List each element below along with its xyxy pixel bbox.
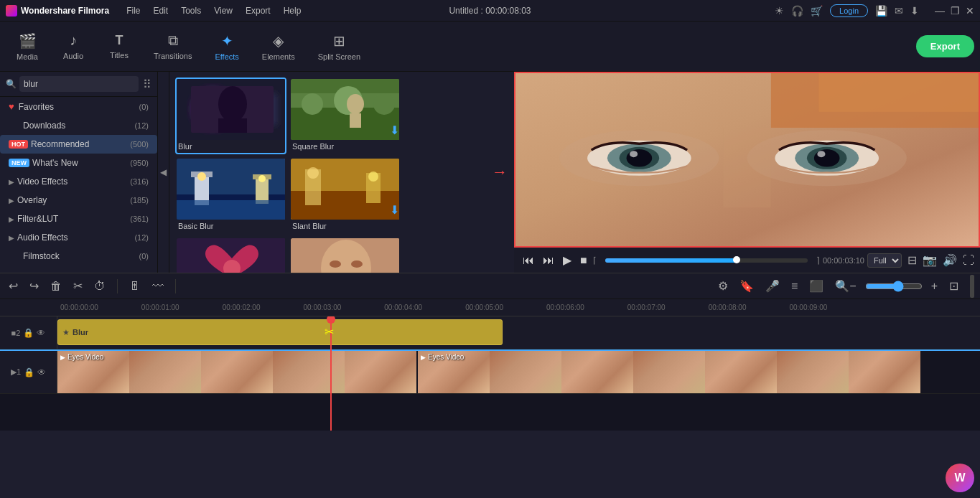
svg-point-18: [197, 172, 206, 181]
sidebar-item-video-effects[interactable]: ▶ Video Effects (316): [0, 172, 157, 191]
track-content-1[interactable]: ▶ Eyes Video ▶ Eyes Video: [57, 351, 980, 393]
export-button[interactable]: Export: [916, 35, 974, 57]
toolbar-media[interactable]: 🎬 Media: [6, 28, 49, 65]
effect-thumb-face: [291, 238, 401, 273]
toolbar-audio[interactable]: ♪ Audio: [52, 28, 95, 65]
toolbar-elements[interactable]: ◈ Elements: [252, 28, 305, 65]
ruler-8: 00:00:08:00: [709, 304, 747, 311]
cut-button[interactable]: ✂: [70, 276, 85, 296]
play-button[interactable]: ▶: [560, 250, 574, 270]
time-display: 00:00:03:10: [823, 256, 864, 265]
settings-button[interactable]: ⚙: [715, 276, 731, 296]
toolbar-transitions[interactable]: ⧉ Transitions: [144, 28, 202, 65]
video-clip-left[interactable]: ▶ Eyes Video: [57, 351, 416, 393]
effect-item-face[interactable]: [289, 237, 401, 273]
sidebar-item-overlay[interactable]: ▶ Overlay (185): [0, 191, 157, 210]
effect-item-slant-blur[interactable]: ⬇ Slant Blur: [289, 157, 401, 234]
toolbar-splitscreen[interactable]: ⊞ Split Screen: [308, 28, 370, 65]
collapse-panel-button[interactable]: ◀: [158, 72, 169, 273]
svg-point-21: [258, 175, 266, 182]
sidebar-item-whatsnew[interactable]: NEW What's New (950): [0, 154, 157, 172]
arrow-icon: ▶: [9, 234, 14, 242]
sun-icon[interactable]: ☀: [775, 5, 784, 17]
sidebar-item-filmstock[interactable]: Filmstock (0): [0, 247, 157, 266]
mail-icon[interactable]: ✉: [895, 5, 903, 17]
login-button[interactable]: Login: [830, 4, 868, 17]
menu-view[interactable]: View: [208, 4, 238, 17]
menu-help[interactable]: Help: [278, 4, 307, 17]
mic-button[interactable]: 🎤: [762, 276, 783, 296]
track-row-1: ▶1 🔒 👁 ▶ Eyes Video: [0, 349, 980, 394]
toolbar-effects[interactable]: ✦ Effects: [205, 28, 248, 65]
transitions-label: Transitions: [154, 52, 192, 60]
sidebar-item-favorites[interactable]: ♥ Favorites (0): [0, 97, 157, 116]
audio-label: Audio: [63, 52, 83, 60]
step-back-button[interactable]: ⏭: [540, 251, 557, 270]
preview-fullscreen-icon[interactable]: ⛶: [963, 254, 974, 267]
effect-item-basic-blur[interactable]: Basic Blur: [175, 157, 286, 234]
sidebar-item-recommended[interactable]: HOT Recommended (500): [0, 135, 157, 154]
history-button[interactable]: ⏱: [91, 277, 108, 296]
effect-thumb-heart: [177, 238, 286, 273]
snapshot-tl-button[interactable]: ⬛: [806, 276, 826, 296]
zoom-out-button[interactable]: 🔍−: [832, 276, 859, 296]
caption-button[interactable]: ≡: [788, 277, 801, 296]
effect-item-square-blur[interactable]: ⬇ Square Blur: [289, 77, 401, 154]
quality-select[interactable]: Full1/21/4: [867, 253, 902, 268]
effects-grid: Blur ⬇ Square Blur: [169, 72, 485, 273]
sidebar-item-downloads[interactable]: Downloads (12): [0, 116, 157, 135]
ruler-6: 00:00:06:00: [546, 304, 584, 311]
toolbar-titles[interactable]: T Titles: [98, 29, 141, 64]
audio-adjust-button[interactable]: 🎚: [126, 277, 144, 296]
undo-button[interactable]: ↩: [6, 276, 21, 296]
menu-export[interactable]: Export: [240, 4, 276, 17]
zoom-in-button[interactable]: +: [928, 277, 941, 296]
grid-icon[interactable]: ⠿: [143, 77, 151, 91]
toolbar: 🎬 Media ♪ Audio T Titles ⧉ Transitions ✦…: [0, 22, 980, 72]
effect-item-heart[interactable]: [175, 237, 286, 273]
lock-icon[interactable]: 🔒: [23, 328, 34, 338]
fit-button[interactable]: ⊡: [946, 276, 961, 296]
download-icon[interactable]: ⬇: [910, 5, 919, 17]
sidebar-item-filter-lut[interactable]: ▶ Filter&LUT (361): [0, 210, 157, 228]
menu-edit[interactable]: Edit: [147, 4, 174, 17]
close-button[interactable]: ✕: [966, 5, 974, 17]
minimize-button[interactable]: —: [935, 5, 945, 17]
save-icon[interactable]: 💾: [875, 5, 887, 17]
effect-item-blur[interactable]: Blur: [175, 77, 286, 154]
timeline-scrollbar[interactable]: [970, 275, 974, 298]
visibility-icon[interactable]: 👁: [37, 367, 46, 377]
preview-icon-buttons: Full1/21/4 ⊟ 📷 🔊 ⛶: [867, 253, 974, 268]
transitions-icon: ⧉: [168, 32, 178, 49]
skip-back-button[interactable]: ⏮: [520, 251, 537, 270]
preview-resize-icon[interactable]: ⊟: [907, 253, 917, 267]
svg-point-33: [330, 260, 341, 268]
arrow-indicator: →: [485, 72, 514, 273]
waveform-button[interactable]: 〰: [149, 277, 167, 296]
lock-icon[interactable]: 🔒: [24, 367, 34, 377]
search-input[interactable]: [19, 76, 139, 92]
delete-button[interactable]: 🗑: [47, 277, 65, 296]
preview-snapshot-icon[interactable]: 📷: [923, 253, 937, 267]
window-title: Untitled : 00:00:08:03: [449, 6, 531, 16]
cart-icon[interactable]: 🛒: [811, 5, 823, 17]
zoom-slider[interactable]: [865, 281, 923, 292]
visibility-icon[interactable]: 👁: [37, 328, 45, 338]
progress-bar[interactable]: [605, 258, 808, 263]
splitscreen-label: Split Screen: [318, 52, 360, 61]
blur-clip[interactable]: ★ Blur: [57, 319, 503, 345]
preview-volume-icon[interactable]: 🔊: [943, 253, 957, 267]
timeline-ruler: 00:00:00:00 00:00:01:00 00:00:02:00 00:0…: [0, 299, 980, 316]
menu-tools[interactable]: Tools: [175, 4, 207, 17]
stop-button[interactable]: ■: [577, 251, 590, 270]
maximize-button[interactable]: ❐: [951, 5, 960, 17]
sidebar-item-audio-effects[interactable]: ▶ Audio Effects (12): [0, 228, 157, 247]
ruler-0: 00:00:00:00: [60, 304, 98, 311]
video-clip-right[interactable]: ▶ Eyes Video: [418, 351, 920, 393]
redo-button[interactable]: ↪: [27, 276, 42, 296]
headphones-icon[interactable]: 🎧: [791, 5, 803, 17]
menu-file[interactable]: File: [121, 4, 146, 17]
preview-video: [514, 72, 980, 248]
track-content-2[interactable]: ★ Blur: [57, 316, 980, 349]
marker-button[interactable]: 🔖: [737, 276, 757, 296]
